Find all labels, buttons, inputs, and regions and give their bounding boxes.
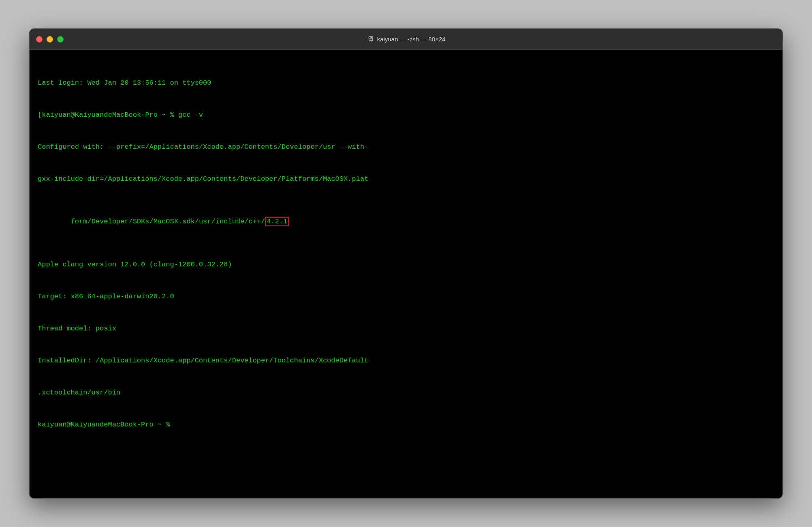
terminal-line-3: Configured with: --prefix=/Applications/… <box>38 142 774 152</box>
terminal-line-10: .xctoolchain/usr/bin <box>38 388 774 398</box>
terminal-line-5-pre: form/Developer/SDKs/MacOSX.sdk/usr/inclu… <box>71 218 265 225</box>
terminal-content[interactable]: Last login: Wed Jan 20 13:56:11 on ttys0… <box>30 50 782 498</box>
traffic-lights <box>36 36 64 43</box>
close-button[interactable] <box>36 36 43 43</box>
minimize-button[interactable] <box>47 36 53 43</box>
maximize-button[interactable] <box>57 36 64 43</box>
terminal-output: Last login: Wed Jan 20 13:56:11 on ttys0… <box>38 56 774 452</box>
titlebar: 🖥 kaiyuan — -zsh — 80×24 <box>30 29 782 50</box>
terminal-line-11: kaiyuan@KaiyuandeMacBook-Pro ~ % <box>38 420 774 430</box>
terminal-icon: 🖥 <box>367 35 374 43</box>
terminal-line-5: form/Developer/SDKs/MacOSX.sdk/usr/inclu… <box>38 206 774 238</box>
terminal-line-2: [kaiyuan@KaiyuandeMacBook-Pro ~ % gcc -v <box>38 110 774 120</box>
version-highlight: 4.2.1 <box>265 217 289 226</box>
window-title: 🖥 kaiyuan — -zsh — 80×24 <box>367 35 446 43</box>
terminal-line-9: InstalledDir: /Applications/Xcode.app/Co… <box>38 356 774 366</box>
terminal-line-7: Target: x86_64-apple-darwin20.2.0 <box>38 291 774 302</box>
terminal-line-8: Thread model: posix <box>38 323 774 334</box>
title-label: kaiyuan — -zsh — 80×24 <box>377 36 446 43</box>
terminal-line-4: gxx-include-dir=/Applications/Xcode.app/… <box>38 174 774 184</box>
terminal-line-1: Last login: Wed Jan 20 13:56:11 on ttys0… <box>38 78 774 88</box>
terminal-line-6: Apple clang version 12.0.0 (clang-1200.0… <box>38 259 774 270</box>
terminal-window: 🖥 kaiyuan — -zsh — 80×24 Last login: Wed… <box>29 28 783 499</box>
